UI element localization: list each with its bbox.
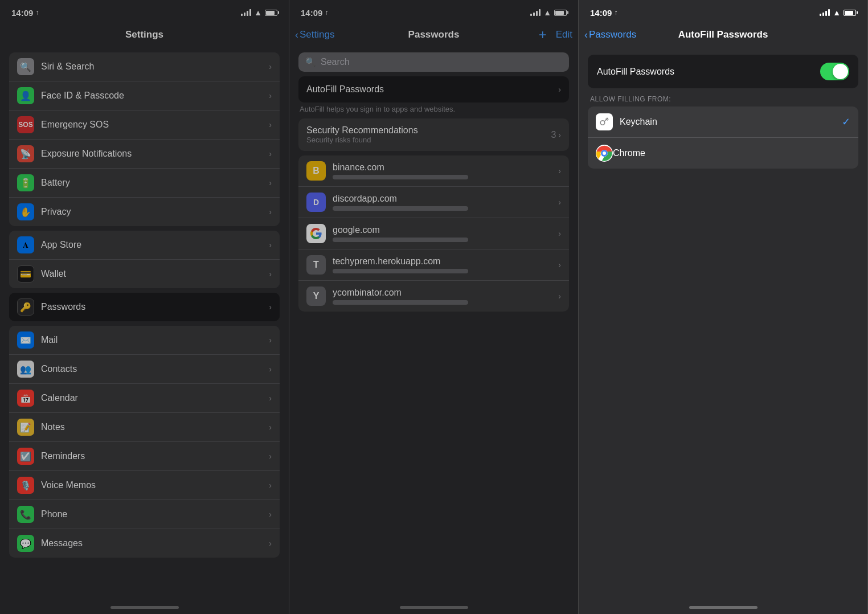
passwords-panel: 14:09 ↑ ▲ ‹ Settings Passwords + Edit (289, 0, 579, 614)
contacts-chevron: › (269, 365, 272, 374)
discord-icon: D (306, 193, 326, 212)
settings-item-wallet[interactable]: 💳 Wallet › (9, 260, 280, 288)
passwords-label: Passwords (41, 302, 269, 312)
settings-item-mail[interactable]: ✉️ Mail › (9, 326, 280, 355)
notes-chevron: › (269, 423, 272, 432)
status-bar-3: 14:09 ↑ ▲ (579, 0, 867, 23)
home-indicator-2 (289, 600, 578, 614)
techyprem-text: techyprem.herokuapp.com (333, 256, 558, 273)
faceid-label: Face ID & Passcode (41, 91, 269, 101)
filling-item-chrome[interactable]: Chrome (588, 138, 858, 169)
passwords-chevron: › (269, 302, 272, 312)
password-item-ycombinator[interactable]: Y ycombinator.com › (298, 281, 569, 312)
autofill-toggle-switch[interactable] (820, 63, 849, 80)
ycombinator-icon: Y (306, 286, 326, 306)
signal-icon-2 (530, 9, 541, 16)
autofill-back-label: Passwords (589, 29, 636, 40)
settings-item-reminders[interactable]: ☑️ Reminders › (9, 442, 280, 471)
reminders-icon: ☑️ (17, 448, 34, 465)
filling-item-keychain[interactable]: Keychain ✓ (588, 107, 858, 138)
binance-meta (333, 175, 468, 179)
password-item-discord[interactable]: D discordapp.com › (298, 187, 569, 218)
security-item[interactable]: Security Recommendations Security risks … (298, 118, 569, 151)
password-item-binance[interactable]: B binance.com › (298, 155, 569, 187)
settings-item-contacts[interactable]: 👥 Contacts › (9, 355, 280, 384)
battery-icon-2 (554, 10, 567, 16)
battery-icon-1 (265, 10, 277, 16)
time-2: 14:09 (301, 8, 322, 18)
status-indicators-2: ▲ (530, 8, 567, 17)
passwords-add-btn[interactable]: + (539, 28, 547, 42)
autofill-row-subtitle: AutoFill helps you sign in to apps and w… (300, 105, 455, 113)
keychain-check: ✓ (842, 116, 850, 128)
battery-settings-icon: 🔋 (17, 174, 34, 191)
home-indicator-1 (0, 600, 289, 614)
settings-item-calendar[interactable]: 📅 Calendar › (9, 384, 280, 413)
time-1: 14:09 (11, 8, 33, 18)
chrome-svg (596, 145, 613, 162)
google-chevron: › (558, 229, 561, 238)
phone-label: Phone (41, 509, 269, 519)
discord-domain: discordapp.com (333, 194, 558, 204)
autofill-passwords-row[interactable]: AutoFill Passwords › (298, 76, 569, 103)
calendar-icon: 📅 (17, 390, 34, 407)
security-text: Security Recommendations Security risks … (306, 125, 551, 144)
google-icon (306, 224, 326, 243)
autofill-row-title: AutoFill Passwords (306, 84, 384, 95)
passwords-nav-actions: + Edit (539, 28, 572, 42)
passwords-back-btn[interactable]: ‹ Settings (295, 29, 334, 41)
settings-item-battery[interactable]: 🔋 Battery › (9, 169, 280, 198)
autofill-back-btn[interactable]: ‹ Passwords (584, 29, 636, 41)
autofill-toggle-label: AutoFill Passwords (597, 67, 674, 77)
settings-group-1: 🔍 Siri & Search › 👤 Face ID & Passcode ›… (9, 52, 280, 226)
exposure-chevron: › (269, 149, 272, 158)
password-item-techyprem[interactable]: T techyprem.herokuapp.com › (298, 249, 569, 281)
battery-chevron: › (269, 178, 272, 187)
google-text: google.com (333, 225, 558, 242)
wallet-chevron: › (269, 269, 272, 279)
status-time-2: 14:09 ↑ (301, 8, 328, 18)
status-time-1: 14:09 ↑ (11, 8, 39, 18)
discord-text: discordapp.com (333, 194, 558, 211)
signal-icon-1 (241, 9, 251, 16)
settings-title: Settings (125, 29, 163, 40)
status-bar-1: 14:09 ↑ ▲ (0, 0, 289, 23)
security-title: Security Recommendations (306, 125, 551, 136)
search-placeholder: Search (321, 57, 350, 67)
autofill-content: AutoFill Passwords ALLOW FILLING FROM: (579, 48, 867, 600)
settings-item-siri[interactable]: 🔍 Siri & Search › (9, 52, 280, 81)
appstore-chevron: › (269, 240, 272, 249)
settings-item-voicememos[interactable]: 🎙️ Voice Memos › (9, 471, 280, 500)
passwords-edit-btn[interactable]: Edit (556, 29, 572, 40)
wallet-icon: 💳 (17, 265, 34, 283)
techyprem-domain: techyprem.herokuapp.com (333, 256, 558, 267)
back-chevron-3: ‹ (584, 29, 588, 41)
passwords-search-bar[interactable]: 🔍 Search (298, 52, 569, 72)
contacts-label: Contacts (41, 364, 269, 374)
time-3: 14:09 (590, 8, 612, 18)
settings-item-exposure[interactable]: 📡 Exposure Notifications › (9, 140, 280, 169)
password-item-google[interactable]: google.com › (298, 218, 569, 249)
chrome-name: Chrome (613, 148, 850, 158)
settings-item-appstore[interactable]: 𝐀 App Store › (9, 231, 280, 260)
settings-item-notes[interactable]: 📝 Notes › (9, 413, 280, 442)
exposure-label: Exposure Notifications (41, 149, 269, 159)
security-badge: 3 (551, 130, 556, 140)
settings-item-passwords[interactable]: 🔑 Passwords › (9, 293, 280, 321)
passwords-nav: ‹ Settings Passwords + Edit (289, 23, 578, 48)
phone-icon: 📞 (17, 506, 34, 523)
voicememos-chevron: › (269, 481, 272, 490)
voicememos-label: Voice Memos (41, 480, 269, 490)
settings-nav: Settings (0, 23, 289, 48)
ycombinator-text: ycombinator.com (333, 288, 558, 305)
passwords-back-label: Settings (300, 29, 334, 40)
battery-label: Battery (41, 178, 269, 188)
settings-item-privacy[interactable]: ✋ Privacy › (9, 198, 280, 226)
security-row: Security Recommendations Security risks … (298, 118, 569, 151)
settings-item-phone[interactable]: 📞 Phone › (9, 500, 280, 529)
passwords-content: 🔍 Search AutoFill Passwords › AutoFill h… (289, 48, 578, 600)
settings-item-messages[interactable]: 💬 Messages › (9, 529, 280, 558)
settings-item-faceid[interactable]: 👤 Face ID & Passcode › (9, 81, 280, 110)
battery-icon-3 (844, 10, 856, 16)
settings-item-emergency[interactable]: SOS Emergency SOS › (9, 110, 280, 140)
